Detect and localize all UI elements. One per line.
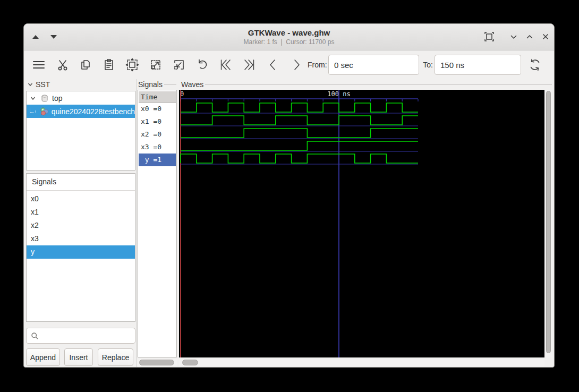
from-label: From: [308, 61, 327, 69]
to-input[interactable]: 150 ns [435, 55, 521, 75]
zoom-in-box-icon [172, 58, 186, 72]
zoom-fit-button[interactable] [125, 57, 140, 72]
tree-item-label: top [52, 94, 62, 103]
copy-button[interactable] [78, 57, 93, 72]
wave-name-x0[interactable]: x0 =0 [139, 103, 176, 115]
replace-button[interactable]: Replace [98, 348, 133, 366]
wave-names-panel: Time x0 =0 x1 =0 x2 =0 x3 =0 y =1 [138, 90, 177, 357]
signal-search-input[interactable] [26, 328, 135, 344]
tree-item-label: quine20240228testbench [52, 107, 135, 116]
time-header[interactable]: Time [139, 91, 176, 103]
minimize-button[interactable] [507, 30, 521, 44]
shift-left-button[interactable] [266, 57, 280, 72]
replace-button-label: Replace [102, 353, 129, 362]
to-label: To: [421, 61, 433, 69]
skip-to-end-button[interactable] [242, 57, 257, 72]
names-hscrollbar-thumb[interactable] [139, 360, 174, 365]
window-subtitle: Marker: 1 fs | Cursor: 11700 ps [24, 38, 554, 46]
menu-button[interactable] [31, 57, 46, 72]
chevron-down-icon [508, 31, 519, 42]
fit-window-button[interactable] [482, 30, 496, 44]
scissors-icon [56, 58, 70, 72]
names-frame-line [164, 84, 176, 84]
skip-start-icon [219, 58, 233, 72]
database-cylinder-icon [40, 94, 49, 103]
waves-hscrollbar-thumb[interactable] [182, 360, 198, 365]
skip-end-icon [242, 58, 256, 72]
chevron-left-icon [266, 58, 280, 72]
headerbar: GTKWave - wave.ghw Marker: 1 fs | Cursor… [24, 24, 554, 50]
refresh-icon [528, 58, 542, 72]
window-title: GTKWave - wave.ghw [24, 28, 554, 37]
waves-frame-label: Waves [181, 80, 203, 89]
append-button-label: Append [30, 353, 56, 362]
module-icon [39, 107, 49, 116]
fit-window-icon [484, 31, 495, 42]
close-icon [540, 31, 551, 42]
clipboard-paste-icon [102, 58, 116, 72]
signal-list-header[interactable]: Signals [27, 174, 135, 191]
copy-icon [79, 58, 92, 72]
to-value: 150 ns [440, 61, 464, 70]
wave-canvas[interactable]: 0100 ns [179, 90, 544, 357]
zoom-in-button[interactable] [172, 57, 186, 72]
wave-name-x3[interactable]: x3 =0 [139, 141, 176, 154]
list-item-selected[interactable]: y [27, 245, 135, 259]
wave-name-x2[interactable]: x2 =0 [139, 128, 176, 141]
names-hscrollbar[interactable] [138, 359, 177, 367]
cut-button[interactable] [55, 57, 70, 72]
chevron-down-icon [30, 95, 36, 101]
close-button[interactable] [539, 30, 552, 44]
maximize-button[interactable] [523, 30, 537, 44]
hamburger-menu-icon [32, 58, 46, 72]
zoom-out-full-button[interactable] [148, 57, 163, 72]
zoom-fit-icon [125, 58, 139, 72]
from-value: 0 sec [334, 61, 353, 70]
tree-item-top[interactable]: top [27, 91, 135, 105]
chevron-down-icon [27, 81, 33, 88]
sst-expander[interactable]: SST [27, 80, 50, 89]
undo-button[interactable] [195, 57, 210, 72]
signal-list-panel: Signals x0 x1 x2 x3 y [26, 173, 135, 322]
sst-label: SST [36, 80, 50, 89]
list-item[interactable]: x2 [27, 219, 135, 232]
sst-tree-panel: top quine20240228testbench [26, 91, 135, 171]
chevron-right-icon [34, 108, 37, 115]
list-item[interactable]: x3 [27, 232, 135, 245]
list-item[interactable]: x0 [27, 192, 135, 206]
undo-arrow-icon [195, 58, 209, 72]
append-button[interactable]: Append [26, 348, 60, 366]
waves-frame-line [205, 84, 552, 84]
chevron-up-icon [524, 31, 535, 42]
waves-vscrollbar[interactable] [545, 90, 552, 357]
skip-to-start-button[interactable] [218, 57, 233, 72]
insert-button[interactable]: Insert [64, 348, 93, 366]
paste-button[interactable] [101, 57, 116, 72]
reload-button[interactable] [527, 57, 542, 72]
list-item[interactable]: x1 [27, 206, 135, 219]
pane-divider[interactable] [137, 79, 137, 368]
waveform-plot: 0100 ns [179, 90, 544, 357]
zoom-out-box-icon [149, 58, 163, 72]
gtkwave-window: GTKWave - wave.ghw Marker: 1 fs | Cursor… [23, 23, 555, 368]
waves-hscrollbar[interactable] [179, 359, 544, 367]
tree-item-testbench[interactable]: quine20240228testbench [27, 105, 135, 118]
shift-right-button[interactable] [289, 57, 304, 72]
tree-connector [30, 106, 34, 113]
search-icon [31, 332, 39, 340]
names-frame-label: Signals [138, 80, 163, 89]
wave-name-x1[interactable]: x1 =0 [139, 115, 176, 128]
toolbar: From: 0 sec To: 150 ns [24, 50, 554, 79]
insert-button-label: Insert [69, 353, 88, 362]
wave-name-y-selected[interactable]: y =1 [139, 154, 176, 166]
waves-vscrollbar-thumb[interactable] [546, 91, 551, 353]
chevron-right-icon [289, 58, 303, 72]
from-input[interactable]: 0 sec [328, 55, 419, 75]
